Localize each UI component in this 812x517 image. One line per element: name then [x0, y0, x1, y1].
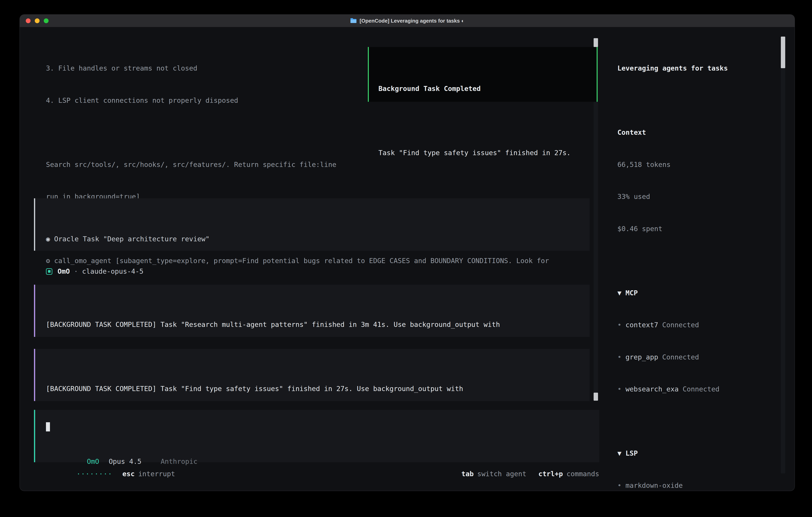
- tab-key-hint: tab: [461, 470, 473, 478]
- agent-name: OmO: [58, 266, 70, 277]
- agent-session-header: OmO · claude-opus-4-5: [46, 266, 143, 277]
- titlebar[interactable]: [OpenCode] Leveraging agents for tasks ◐: [20, 15, 794, 27]
- window-title: [OpenCode] Leveraging agents for tasks ◐: [360, 18, 464, 24]
- sidebar: Leveraging agents for tasks Context 66,5…: [610, 27, 794, 491]
- main-scrollbar-end[interactable]: [593, 393, 598, 401]
- mcp-name: grep_app: [626, 353, 658, 361]
- agent-model: claude-opus-4-5: [82, 266, 143, 277]
- context-spent: $0.46 spent: [617, 223, 768, 234]
- collapse-triangle-icon: ▼: [617, 289, 621, 297]
- terminal-window: [OpenCode] Leveraging agents for tasks ◐…: [20, 15, 794, 491]
- background-task-message: [BACKGROUND TASK COMPLETED] Task "Find t…: [34, 349, 590, 401]
- sidebar-content: Leveraging agents for tasks Context 66,5…: [617, 42, 768, 491]
- separator-dot: ·: [70, 266, 82, 277]
- terminal-main-pane: 3. File handles or streams not closed 4.…: [20, 27, 610, 491]
- message-line: [BACKGROUND TASK COMPLETED] Task "Resear…: [46, 319, 582, 330]
- lsp-name: markdown-oxide: [626, 482, 683, 489]
- status-right: tabswitch agentctrl+pcommands: [420, 458, 599, 490]
- commands-key-label: commands: [567, 470, 599, 478]
- esc-key-label: interrupt: [138, 470, 175, 478]
- agent-icon: [46, 268, 52, 275]
- session-title: Leveraging agents for tasks: [617, 63, 768, 74]
- commands-key-hint: ctrl+p: [538, 470, 563, 478]
- mcp-item: •grep_appConnected: [617, 352, 768, 363]
- bullet-icon: •: [617, 385, 621, 393]
- main-scrollbar-thumb[interactable]: [593, 38, 598, 47]
- mcp-status: Connected: [662, 321, 699, 329]
- session-bullet-icon: ◉: [46, 235, 54, 243]
- oracle-task-box: ◉ Oracle Task "Deep architecture review"…: [34, 198, 590, 251]
- lsp-item: •markdown-oxide: [617, 480, 768, 491]
- mcp-status: Connected: [662, 353, 699, 361]
- bullet-icon: •: [617, 321, 621, 329]
- notification-title: Background Task Completed: [378, 83, 597, 94]
- prompt-input[interactable]: OmOOpus 4.5Anthropic: [34, 410, 599, 462]
- mcp-section-heading: ▼MCP: [617, 288, 768, 298]
- lsp-section-heading: ▼LSP: [617, 448, 768, 459]
- mcp-item: •context7Connected: [617, 320, 768, 330]
- context-used: 33% used: [617, 191, 768, 202]
- tab-key-label: switch agent: [477, 470, 526, 478]
- background-task-message: [BACKGROUND TASK COMPLETED] Task "Resear…: [34, 285, 590, 337]
- message-line: [BACKGROUND TASK COMPLETED] Task "Find t…: [46, 383, 582, 394]
- collapse-triangle-icon: ▼: [617, 449, 621, 457]
- close-button[interactable]: [26, 19, 31, 23]
- agent-icon-fill: [48, 270, 51, 273]
- spinner-dots-icon: ········: [77, 470, 113, 478]
- context-tokens: 66,518 tokens: [617, 159, 768, 170]
- notification-body: Task "Find type safety issues" finished …: [378, 147, 597, 158]
- oracle-task-title: Oracle Task "Deep architecture review": [54, 235, 210, 243]
- text-cursor: [46, 422, 50, 431]
- context-heading: Context: [617, 127, 768, 138]
- minimize-button[interactable]: [35, 19, 39, 23]
- bullet-icon: •: [617, 353, 621, 361]
- background-task-notification: Background Task Completed Task "Find typ…: [368, 47, 598, 102]
- folder-icon: [350, 18, 357, 24]
- mcp-item: •websearch_exaConnected: [617, 384, 768, 394]
- traffic-lights: [26, 15, 49, 27]
- status-bar: ········escinterrupt tabswitch agentctrl…: [20, 469, 599, 480]
- mcp-status: Connected: [683, 385, 720, 393]
- mcp-name: websearch_exa: [626, 385, 678, 393]
- esc-key-hint: esc: [122, 470, 135, 478]
- title-wrap: [OpenCode] Leveraging agents for tasks ◐: [350, 18, 464, 24]
- status-left: ········escinterrupt: [35, 458, 175, 490]
- bullet-icon: •: [617, 482, 621, 489]
- sidebar-scrollbar-track[interactable]: [781, 36, 785, 473]
- zoom-button[interactable]: [44, 19, 49, 23]
- sidebar-scrollbar-thumb[interactable]: [781, 36, 785, 68]
- mcp-name: context7: [626, 321, 658, 329]
